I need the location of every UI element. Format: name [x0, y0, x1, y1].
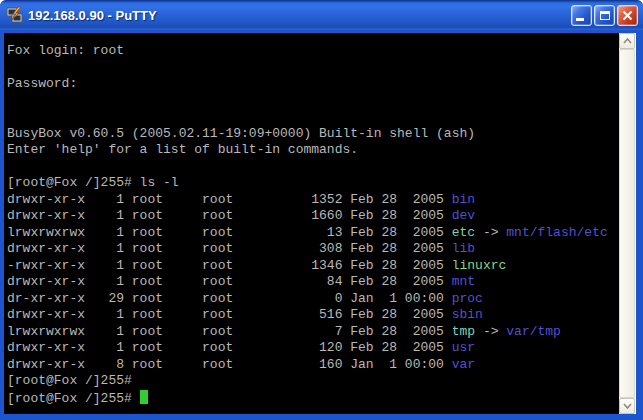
putty-icon-graphic: [6, 6, 24, 24]
terminal-line: Password:: [7, 76, 619, 93]
terminal-cursor: [140, 390, 148, 404]
terminal-line: Fox login: root: [7, 43, 619, 60]
terminal-line: drwxr-xr-x 1 root root 84 Feb 28 2005 mn…: [7, 274, 619, 291]
terminal-line: lrwxrwxrwx 1 root root 7 Feb 28 2005 tmp…: [7, 324, 619, 341]
terminal-line: drwxr-xr-x 1 root root 1660 Feb 28 2005 …: [7, 208, 619, 225]
terminal-line: [7, 109, 619, 126]
scrollbar-thumb[interactable]: [619, 49, 635, 398]
window-controls: [571, 5, 638, 26]
terminal-line: lrwxrwxrwx 1 root root 13 Feb 28 2005 et…: [7, 225, 619, 242]
terminal-screen[interactable]: Fox login: rootPassword:BusyBox v0.60.5 …: [4, 33, 619, 414]
terminal-line: drwxr-xr-x 1 root root 120 Feb 28 2005 u…: [7, 340, 619, 357]
terminal-line: [7, 93, 619, 110]
terminal-line: [root@Fox /]255#: [7, 390, 619, 407]
terminal-line: drwxr-xr-x 1 root root 1352 Feb 28 2005 …: [7, 192, 619, 209]
scroll-down-button[interactable]: [619, 398, 635, 414]
window-title: 192.168.0.90 - PuTTY: [28, 8, 571, 23]
terminal-line: [root@Fox /]255#: [7, 373, 619, 390]
scrollbar-track[interactable]: [619, 49, 635, 398]
minimize-button[interactable]: [571, 5, 592, 26]
terminal-line: Enter 'help' for a list of built-in comm…: [7, 142, 619, 159]
chevron-up-icon: [623, 38, 632, 44]
scrollbar[interactable]: [619, 33, 636, 414]
terminal-line: [7, 159, 619, 176]
window-content: Fox login: rootPassword:BusyBox v0.60.5 …: [0, 30, 643, 420]
terminal-line: dr-xr-xr-x 29 root root 0 Jan 1 00:00 pr…: [7, 291, 619, 308]
maximize-icon: [600, 11, 610, 20]
close-button[interactable]: [617, 5, 638, 26]
terminal-line: [7, 60, 619, 77]
terminal-line: [root@Fox /]255# ls -l: [7, 175, 619, 192]
terminal-line: drwxr-xr-x 1 root root 516 Feb 28 2005 s…: [7, 307, 619, 324]
putty-window: 192.168.0.90 - PuTTY Fox login: rootPass…: [0, 0, 643, 420]
close-icon: [622, 10, 633, 21]
titlebar[interactable]: 192.168.0.90 - PuTTY: [0, 0, 643, 30]
putty-icon[interactable]: [6, 6, 24, 24]
terminal-line: BusyBox v0.60.5 (2005.02.11-19:09+0000) …: [7, 126, 619, 143]
maximize-button[interactable]: [594, 5, 615, 26]
terminal-line: drwxr-xr-x 8 root root 160 Jan 1 00:00 v…: [7, 357, 619, 374]
terminal-line: -rwxr-xr-x 1 root root 1346 Feb 28 2005 …: [7, 258, 619, 275]
minimize-icon: [576, 18, 584, 21]
chevron-down-icon: [623, 403, 632, 409]
scroll-up-button[interactable]: [619, 33, 635, 49]
terminal-line: drwxr-xr-x 1 root root 308 Feb 28 2005 l…: [7, 241, 619, 258]
